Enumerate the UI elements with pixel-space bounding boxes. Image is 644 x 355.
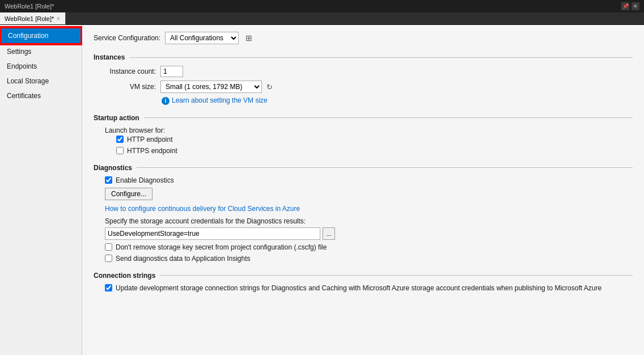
send-insights-label: Send diagnostics data to Application Ins…: [116, 255, 251, 263]
http-endpoint-row: HTTP endpoint: [94, 136, 633, 143]
startup-divider: [144, 117, 633, 118]
instances-title: Instances: [94, 53, 125, 61]
instance-count-input[interactable]: [160, 66, 183, 77]
update-connection-row: Update development storage connection st…: [94, 284, 633, 292]
diagnostics-section-header: Diagnostics: [94, 164, 633, 172]
startup-title: Startup action: [94, 114, 139, 122]
tab-close-icon[interactable]: ✕: [56, 16, 61, 22]
sidebar-label-certificates: Certificates: [7, 92, 41, 100]
connection-strings-section: Connection strings Update development st…: [94, 272, 633, 292]
close-button[interactable]: ✕: [632, 2, 639, 10]
pin-button[interactable]: 📌: [621, 2, 629, 10]
update-connection-label: Update development storage connection st…: [116, 284, 601, 292]
diagnostics-title: Diagnostics: [94, 164, 132, 172]
http-endpoint-label: HTTP endpoint: [127, 136, 173, 143]
connection-strings-header: Connection strings: [94, 272, 633, 280]
update-connection-checkbox[interactable]: [105, 284, 112, 291]
instance-count-label: Instance count:: [105, 67, 156, 75]
connection-strings-title: Connection strings: [94, 272, 155, 280]
startup-action-section: Startup action Launch browser for: HTTP …: [94, 114, 633, 155]
vm-size-label: VM size:: [105, 83, 156, 91]
configure-button[interactable]: Configure...: [105, 188, 152, 200]
no-remove-checkbox[interactable]: [105, 243, 112, 251]
main-layout: Configuration Settings Endpoints Local S…: [0, 25, 644, 355]
diagnostics-section: Diagnostics Enable Diagnostics Configure…: [94, 164, 633, 263]
tab-label: WebRole1 [Role]*: [5, 15, 54, 22]
https-endpoint-row: HTTPS endpoint: [94, 147, 633, 155]
service-config-label: Service Configuration:: [94, 34, 160, 42]
launch-browser-label: Launch browser for:: [105, 126, 165, 134]
diagnostics-divider: [137, 167, 633, 168]
no-remove-label: Don't remove storage key secret from pro…: [116, 243, 327, 251]
browse-button[interactable]: ...: [323, 227, 335, 240]
instances-section: Instances Instance count: VM size: Small…: [94, 53, 633, 105]
manage-icon: ⊞: [245, 33, 252, 43]
sidebar-item-local-storage[interactable]: Local Storage: [0, 74, 82, 88]
no-remove-row: Don't remove storage key secret from pro…: [94, 243, 633, 251]
sidebar-item-endpoints[interactable]: Endpoints: [0, 59, 82, 74]
sidebar: Configuration Settings Endpoints Local S…: [0, 25, 82, 355]
sidebar-label-endpoints: Endpoints: [7, 62, 37, 70]
tab-strip: WebRole1 [Role]* ✕: [0, 12, 644, 25]
refresh-icon[interactable]: ↻: [266, 83, 273, 91]
sidebar-item-configuration[interactable]: Configuration: [0, 27, 82, 44]
enable-diagnostics-checkbox[interactable]: [105, 176, 112, 184]
sidebar-label-settings: Settings: [7, 48, 31, 56]
startup-section-header: Startup action: [94, 114, 633, 122]
sidebar-label-configuration: Configuration: [8, 32, 48, 40]
storage-input-row: ...: [105, 227, 633, 240]
service-config-row: Service Configuration: All Configuration…: [94, 32, 633, 44]
sidebar-item-settings[interactable]: Settings: [0, 44, 82, 59]
configure-label: Configure...: [111, 190, 146, 198]
content-area: Service Configuration: All Configuration…: [82, 25, 644, 355]
learn-vm-size-link[interactable]: iLearn about setting the VM size: [94, 96, 633, 105]
title-bar-controls: 📌 ✕: [621, 2, 639, 10]
storage-hint: Specify the storage account credentials …: [105, 217, 633, 225]
send-insights-row: Send diagnostics data to Application Ins…: [94, 255, 633, 263]
https-endpoint-label: HTTPS endpoint: [127, 147, 177, 155]
browse-icon: ...: [326, 230, 331, 237]
delivery-link-text: How to configure continuous delivery for…: [105, 205, 300, 213]
service-config-icon-button[interactable]: ⊞: [243, 32, 255, 44]
instance-count-row: Instance count:: [94, 66, 633, 77]
send-insights-checkbox[interactable]: [105, 255, 112, 262]
vm-size-row: VM size: Small (1 cores, 1792 MB) Medium…: [94, 81, 633, 93]
instances-section-header: Instances: [94, 53, 633, 61]
info-icon: i: [162, 97, 170, 105]
launch-label-row: Launch browser for:: [94, 126, 633, 134]
tab-webrole1[interactable]: WebRole1 [Role]* ✕: [0, 12, 66, 24]
https-endpoint-checkbox[interactable]: [116, 147, 124, 154]
title-bar-text: WebRole1 [Role]*: [5, 3, 621, 10]
service-config-select[interactable]: All Configurations Cloud Local: [165, 32, 239, 44]
storage-input[interactable]: [105, 227, 320, 240]
delivery-link[interactable]: How to configure continuous delivery for…: [105, 205, 633, 213]
title-bar: WebRole1 [Role]* 📌 ✕: [0, 0, 644, 12]
http-endpoint-checkbox[interactable]: [116, 136, 124, 143]
connection-strings-divider: [160, 275, 633, 276]
sidebar-item-certificates[interactable]: Certificates: [0, 88, 82, 103]
instances-divider: [129, 57, 633, 58]
enable-diagnostics-row: Enable Diagnostics: [94, 176, 633, 184]
vm-size-select[interactable]: Small (1 cores, 1792 MB) Medium (2 cores…: [160, 81, 262, 93]
enable-diagnostics-label: Enable Diagnostics: [116, 176, 174, 184]
sidebar-label-local-storage: Local Storage: [7, 77, 49, 85]
